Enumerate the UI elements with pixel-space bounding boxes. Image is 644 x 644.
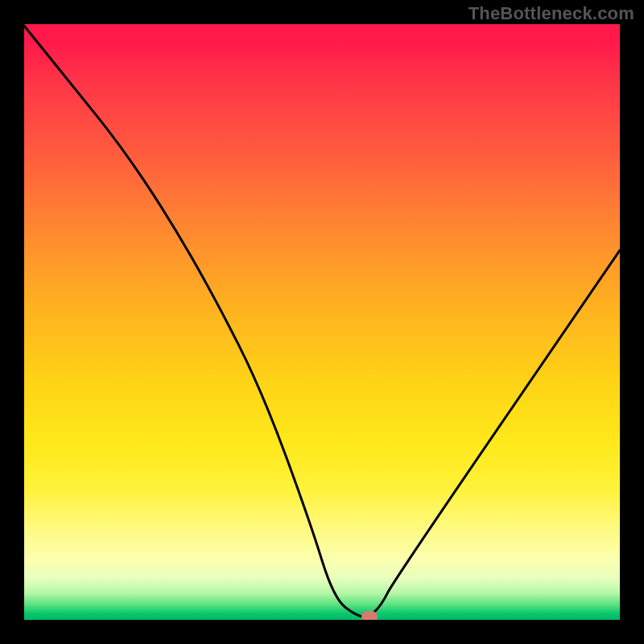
bottleneck-curve — [24, 24, 620, 620]
optimal-point-marker — [361, 611, 378, 620]
plot-area — [24, 24, 620, 620]
watermark-text: TheBottleneck.com — [469, 3, 634, 24]
chart-frame: TheBottleneck.com — [0, 0, 644, 644]
